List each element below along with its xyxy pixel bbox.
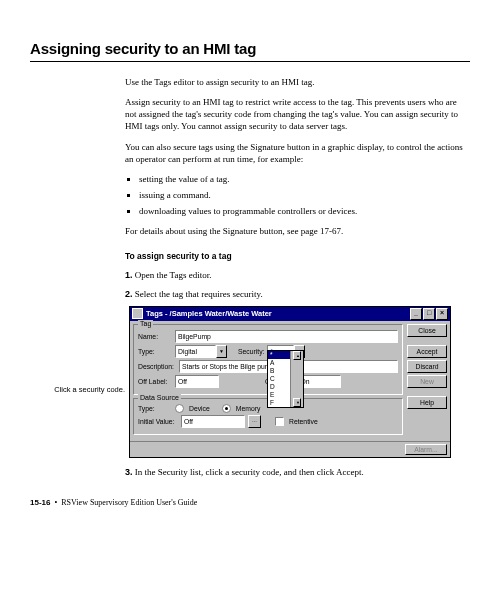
accept-btn[interactable]: Accept	[407, 345, 447, 358]
list-item: downloading values to programmable contr…	[139, 205, 470, 217]
browse-button[interactable]: ...	[248, 415, 261, 428]
window-title: Tags - /Samples Water/Waste Water	[146, 309, 409, 318]
security-dropdown[interactable]: * A B C D E F ▲ ▼	[267, 350, 304, 408]
page-footer: 15-16 • RSView Supervisory Edition User'…	[30, 498, 470, 507]
security-label: Security:	[238, 348, 264, 355]
maximize-button[interactable]: □	[423, 308, 435, 320]
step-2: 2. Select the tag that requires security…	[125, 288, 470, 300]
off-label-field[interactable]: Off	[175, 375, 219, 388]
page-heading: Assigning security to an HMI tag	[30, 40, 470, 57]
scroll-down-icon[interactable]: ▼	[293, 398, 301, 407]
initial-value-label: Initial Value:	[138, 418, 178, 425]
memory-radio[interactable]	[222, 404, 231, 413]
on-label-field[interactable]: On	[297, 375, 341, 388]
list-item: issuing a command.	[139, 189, 470, 201]
app-icon	[132, 308, 143, 319]
type-combo[interactable]: Digital	[175, 345, 216, 358]
close-btn[interactable]: Close	[407, 324, 447, 337]
body-paragraph: You can also secure tags using the Signa…	[125, 141, 470, 165]
help-btn[interactable]: Help	[407, 396, 447, 409]
tag-groupbox: Tag Name: BilgePump Type: Digital ▼ Secu…	[133, 324, 403, 395]
chevron-down-icon[interactable]: ▼	[216, 345, 227, 358]
intro-paragraph: Use the Tags editor to assign security t…	[125, 76, 470, 88]
description-label: Description:	[138, 363, 176, 370]
close-button[interactable]: ×	[436, 308, 448, 320]
bullet-list: setting the value of a tag. issuing a co…	[125, 173, 470, 217]
name-field[interactable]: BilgePump	[175, 330, 398, 343]
retentive-checkbox[interactable]	[275, 417, 284, 426]
name-label: Name:	[138, 333, 172, 340]
new-btn[interactable]: New	[407, 375, 447, 388]
type-label: Type:	[138, 348, 172, 355]
off-label-label: Off Label:	[138, 378, 172, 385]
list-item: setting the value of a tag.	[139, 173, 470, 185]
group-label: Data Source	[138, 394, 181, 401]
tags-dialog: Tags - /Samples Water/Waste Water _ □ × …	[129, 306, 451, 458]
scroll-up-icon[interactable]: ▲	[293, 351, 301, 360]
alarm-btn[interactable]: Alarm...	[405, 444, 447, 455]
body-paragraph: Assign security to an HMI tag to restric…	[125, 96, 470, 132]
ds-type-label: Type:	[138, 405, 172, 412]
step-3: 3. In the Security list, click a securit…	[125, 466, 470, 478]
device-label: Device	[189, 405, 210, 412]
body-paragraph: For details about using the Signature bu…	[125, 225, 470, 237]
minimize-button[interactable]: _	[410, 308, 422, 320]
group-label: Tag	[138, 320, 153, 327]
initial-value-field[interactable]: Off	[181, 415, 245, 428]
step-1: 1. Open the Tags editor.	[125, 269, 470, 281]
discard-btn[interactable]: Discard	[407, 360, 447, 373]
heading-rule	[30, 61, 470, 62]
retentive-label: Retentive	[289, 418, 318, 425]
callout-label: Click a security code.	[30, 385, 129, 394]
memory-label: Memory	[236, 405, 261, 412]
device-radio[interactable]	[175, 404, 184, 413]
titlebar: Tags - /Samples Water/Waste Water _ □ ×	[130, 307, 450, 321]
procedure-heading: To assign security to a tag	[125, 251, 470, 261]
